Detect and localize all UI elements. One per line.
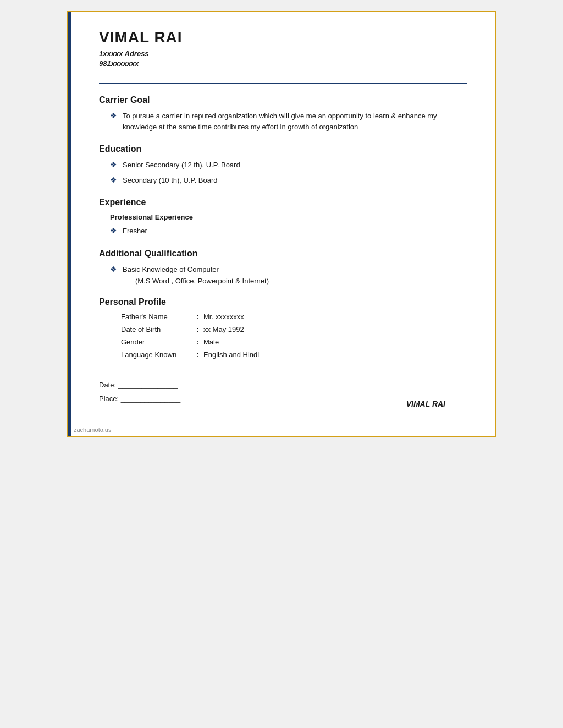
- signature-left: Date: _______________ Place: ___________…: [99, 381, 180, 408]
- bullet-diamond-icon: ❖: [110, 111, 117, 120]
- profile-value-gender: Male: [203, 338, 219, 346]
- phone-line: 981xxxxxxx: [99, 59, 467, 68]
- education-title: Education: [99, 144, 467, 154]
- candidate-name: VIMAL RAI: [99, 29, 467, 46]
- profile-row-language: Language Known : English and Hindi: [121, 351, 467, 359]
- address-line: 1xxxxx Adress: [99, 50, 467, 58]
- carrier-goal-bullet: ❖ To pursue a carrier in reputed organiz…: [110, 111, 467, 132]
- date-line: Date: _______________: [99, 381, 180, 389]
- education-section: Education ❖ Senior Secondary (12 th), U.…: [99, 144, 467, 185]
- bullet-diamond-icon: ❖: [110, 176, 117, 184]
- profile-row-gender: Gender : Male: [121, 338, 467, 346]
- experience-text-1: Fresher: [123, 226, 147, 237]
- qualification-text-1: Basic Knowledge of Computer: [123, 264, 219, 275]
- carrier-goal-title: Carrier Goal: [99, 95, 467, 105]
- qualification-sub-text: (M.S Word , Office, Powerpoint & Interne…: [135, 277, 467, 285]
- profile-label-father: Father's Name: [121, 313, 192, 321]
- profile-value-language: English and Hindi: [203, 351, 259, 359]
- education-item-2: ❖ Secondary (10 th), U.P. Board: [110, 175, 467, 186]
- resume-page: VIMAL RAI 1xxxxx Adress 981xxxxxxx Carri…: [67, 11, 496, 437]
- personal-profile-title: Personal Profile: [99, 297, 467, 307]
- carrier-goal-text: To pursue a carrier in reputed organizat…: [123, 111, 467, 132]
- professional-experience-subtitle: Professional Experience: [110, 213, 467, 221]
- carrier-goal-section: Carrier Goal ❖ To pursue a carrier in re…: [99, 95, 467, 132]
- profile-label-dob: Date of Birth: [121, 325, 192, 333]
- place-line: Place: _______________: [99, 395, 180, 403]
- profile-colon: :: [192, 338, 203, 346]
- resume-content: VIMAL RAI 1xxxxx Adress 981xxxxxxx Carri…: [71, 12, 495, 436]
- profile-row-dob: Date of Birth : xx May 1992: [121, 325, 467, 333]
- profile-value-father: Mr. xxxxxxxx: [203, 313, 244, 321]
- education-text-1: Senior Secondary (12 th), U.P. Board: [123, 160, 240, 171]
- profile-label-gender: Gender: [121, 338, 192, 346]
- additional-qualification-section: Additional Qualification ❖ Basic Knowled…: [99, 249, 467, 286]
- experience-section: Experience Professional Experience ❖ Fre…: [99, 198, 467, 237]
- header-divider: [99, 83, 467, 84]
- profile-label-language: Language Known: [121, 351, 192, 359]
- signature-name: VIMAL RAI: [406, 399, 445, 408]
- additional-qualification-title: Additional Qualification: [99, 249, 467, 259]
- education-item-1: ❖ Senior Secondary (12 th), U.P. Board: [110, 160, 467, 171]
- header-section: VIMAL RAI 1xxxxx Adress 981xxxxxxx: [99, 29, 467, 76]
- experience-title: Experience: [99, 198, 467, 207]
- profile-colon: :: [192, 351, 203, 359]
- bullet-diamond-icon: ❖: [110, 160, 117, 169]
- bullet-diamond-icon: ❖: [110, 265, 117, 273]
- profile-colon: :: [192, 313, 203, 321]
- personal-profile-section: Personal Profile Father's Name : Mr. xxx…: [99, 297, 467, 359]
- profile-value-dob: xx May 1992: [203, 325, 244, 333]
- profile-colon: :: [192, 325, 203, 333]
- left-accent-bar: [68, 12, 71, 436]
- signature-section: Date: _______________ Place: ___________…: [99, 381, 467, 408]
- bullet-diamond-icon: ❖: [110, 226, 117, 235]
- profile-row-father: Father's Name : Mr. xxxxxxxx: [121, 313, 467, 321]
- education-text-2: Secondary (10 th), U.P. Board: [123, 175, 217, 186]
- qualification-item-1: ❖ Basic Knowledge of Computer: [110, 264, 467, 275]
- profile-table: Father's Name : Mr. xxxxxxxx Date of Bir…: [121, 313, 467, 359]
- experience-item-1: ❖ Fresher: [110, 226, 467, 237]
- footer-watermark: zachamoto.us: [74, 426, 111, 433]
